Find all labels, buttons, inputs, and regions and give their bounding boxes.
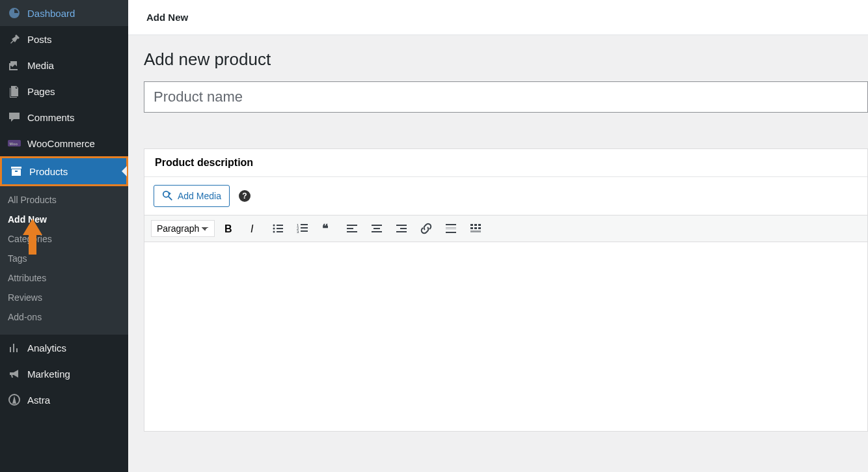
dashboard-icon <box>8 7 21 20</box>
sidebar-item-products[interactable]: Products <box>2 158 126 184</box>
svg-rect-28 <box>446 224 456 225</box>
astra-icon <box>8 393 21 406</box>
sidebar-item-posts[interactable]: Posts <box>0 26 128 52</box>
svg-rect-22 <box>372 225 382 226</box>
highlight-products: Products <box>0 156 128 186</box>
align-right-button[interactable] <box>390 219 413 238</box>
svg-rect-34 <box>478 224 481 226</box>
blockquote-button[interactable]: ❝ <box>316 219 338 238</box>
svg-rect-17 <box>301 230 308 232</box>
svg-rect-13 <box>301 224 308 225</box>
svg-rect-21 <box>347 231 357 232</box>
add-media-button[interactable]: Add Media <box>154 185 230 207</box>
submenu-tags[interactable]: Tags <box>0 249 128 268</box>
svg-rect-19 <box>347 225 357 226</box>
submenu-categories[interactable]: Categories <box>0 229 128 249</box>
svg-rect-31 <box>446 232 456 233</box>
svg-rect-27 <box>396 231 407 232</box>
sidebar-item-analytics[interactable]: Analytics <box>0 335 128 361</box>
sidebar-item-label: Marketing <box>27 368 70 380</box>
media-row: Add Media ? <box>144 177 867 215</box>
bold-button[interactable]: B <box>217 219 239 238</box>
header-bar: Add New <box>128 0 868 35</box>
svg-rect-32 <box>470 224 473 226</box>
media-add-icon <box>162 190 174 202</box>
submenu-attributes[interactable]: Attributes <box>0 268 128 288</box>
woocommerce-icon: Woo <box>8 137 21 150</box>
pages-icon <box>8 85 21 98</box>
description-label: Product description <box>144 149 867 177</box>
toolbar-toggle-button[interactable] <box>465 219 487 238</box>
admin-sidebar: Dashboard Posts Media Pages Comments Woo… <box>0 0 128 472</box>
svg-rect-9 <box>277 228 283 229</box>
svg-point-3 <box>163 191 169 197</box>
align-center-button[interactable] <box>366 219 388 238</box>
svg-rect-30 <box>446 229 456 229</box>
sidebar-item-media[interactable]: Media <box>0 52 128 78</box>
svg-rect-15 <box>301 227 308 229</box>
header-title: Add New <box>146 12 188 23</box>
archive-icon <box>10 165 23 178</box>
media-icon <box>8 59 21 72</box>
svg-rect-33 <box>474 224 477 226</box>
link-button[interactable] <box>415 219 437 238</box>
sidebar-item-label: Products <box>29 166 68 177</box>
megaphone-icon <box>8 367 21 380</box>
svg-rect-23 <box>373 228 380 229</box>
sidebar-item-dashboard[interactable]: Dashboard <box>0 0 128 26</box>
sidebar-item-pages[interactable]: Pages <box>0 78 128 104</box>
editor-toolbar: Paragraph B I 123 ❝ <box>144 215 867 242</box>
main-area: Add new product Product description Add … <box>128 35 868 432</box>
svg-rect-20 <box>347 228 353 229</box>
svg-rect-38 <box>470 230 481 232</box>
bullet-list-button[interactable] <box>267 219 289 238</box>
svg-rect-36 <box>474 227 477 229</box>
format-select[interactable]: Paragraph <box>151 220 215 237</box>
analytics-icon <box>8 341 21 354</box>
numbered-list-button[interactable]: 123 <box>292 219 314 238</box>
align-left-button[interactable] <box>341 219 363 238</box>
svg-rect-35 <box>470 227 473 229</box>
svg-rect-7 <box>277 225 283 226</box>
description-box: Product description Add Media ? Paragrap… <box>144 148 868 432</box>
active-caret-icon <box>122 166 127 176</box>
sidebar-item-label: Dashboard <box>27 8 75 19</box>
sidebar-item-label: Astra <box>27 395 50 406</box>
pin-icon <box>8 33 21 46</box>
svg-point-8 <box>273 228 275 230</box>
svg-rect-24 <box>372 231 382 232</box>
svg-point-10 <box>273 231 275 233</box>
svg-rect-29 <box>446 227 456 228</box>
sidebar-item-astra[interactable]: Astra <box>0 387 128 413</box>
svg-rect-37 <box>478 227 481 229</box>
svg-text:B: B <box>224 223 232 234</box>
submenu-add-new[interactable]: Add New <box>0 210 128 229</box>
submenu-all-products[interactable]: All Products <box>0 190 128 210</box>
svg-text:I: I <box>251 223 254 234</box>
help-icon[interactable]: ? <box>239 190 251 202</box>
svg-rect-25 <box>396 225 407 226</box>
pointer-arrow-icon <box>23 219 42 255</box>
product-name-input[interactable] <box>144 81 868 113</box>
editor-body[interactable] <box>144 242 867 431</box>
sidebar-item-label: Analytics <box>27 342 66 354</box>
page-title: Add new product <box>144 49 868 70</box>
add-media-label: Add Media <box>178 191 221 201</box>
sidebar-item-woocommerce[interactable]: Woo WooCommerce <box>0 130 128 156</box>
submenu-add-ons[interactable]: Add-ons <box>0 307 128 327</box>
sidebar-item-marketing[interactable]: Marketing <box>0 361 128 387</box>
svg-text:Woo: Woo <box>10 142 18 146</box>
content-area: Add New Add new product Product descript… <box>128 0 868 472</box>
svg-text:❝: ❝ <box>322 222 329 235</box>
sidebar-item-label: Posts <box>27 34 52 45</box>
read-more-button[interactable] <box>440 219 462 238</box>
products-submenu: All Products Add New Categories Tags Att… <box>0 186 128 335</box>
svg-point-6 <box>273 225 275 227</box>
sidebar-item-comments[interactable]: Comments <box>0 104 128 130</box>
svg-rect-11 <box>277 231 283 232</box>
submenu-reviews[interactable]: Reviews <box>0 288 128 307</box>
sidebar-item-label: Pages <box>27 86 55 97</box>
comment-icon <box>8 111 21 124</box>
italic-button[interactable]: I <box>242 219 264 238</box>
svg-text:3: 3 <box>297 230 299 234</box>
